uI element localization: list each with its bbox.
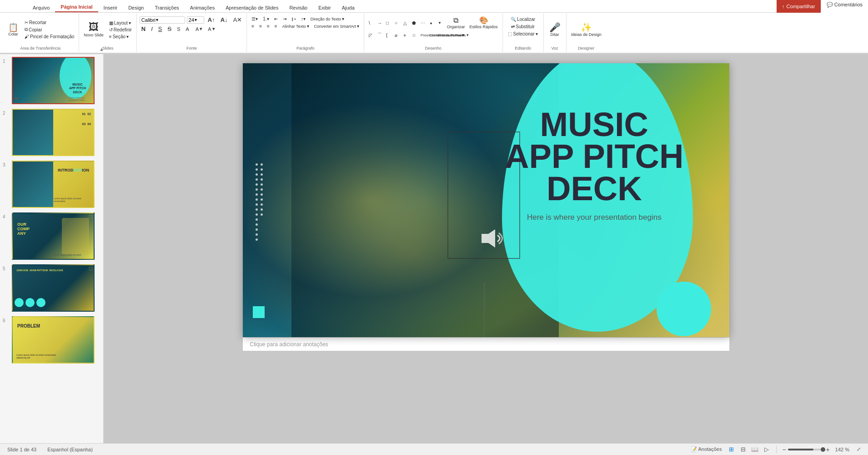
zoom-out-icon[interactable]: − xyxy=(782,446,786,453)
notes-toggle-button[interactable]: 📝 Anotações xyxy=(689,445,723,453)
preenchimento-button[interactable]: Preenchimento da Forma ▾ xyxy=(419,31,427,39)
teal-blob-small xyxy=(657,282,711,336)
shape-tri-button[interactable]: △ xyxy=(401,20,410,26)
clear-format-button[interactable]: A✕ xyxy=(231,16,244,24)
font-size-dropdown[interactable]: 24 ▾ xyxy=(187,16,204,24)
estilos-rapidos-button[interactable]: 🎨 Estilos Rápidos xyxy=(468,16,500,30)
shape7-button[interactable]: ☆ xyxy=(410,31,418,39)
colar-button[interactable]: 📋 Colar xyxy=(5,22,22,37)
font-family-dropdown[interactable]: Calibri ▾ xyxy=(140,16,185,24)
font-color-fill-button[interactable]: A ▾ xyxy=(194,25,204,32)
shape6-button[interactable]: ⋄ xyxy=(401,31,410,39)
localizar-button[interactable]: 🔍 Localizar xyxy=(509,16,537,22)
shape2-button[interactable]: ◸ xyxy=(367,31,375,39)
decrease-indent-button[interactable]: ⇤ xyxy=(272,16,280,22)
layout-button[interactable]: ▦ Layout ▾ xyxy=(107,20,134,26)
tab-animacoes[interactable]: Animações xyxy=(185,3,220,12)
novo-slide-button[interactable]: 🖼 Novo Slide xyxy=(82,21,105,38)
decrease-font-button[interactable]: A↓ xyxy=(219,16,230,24)
share-button[interactable]: ↑ Compartilhar xyxy=(777,0,820,13)
italic-button[interactable]: I xyxy=(149,25,155,33)
increase-indent-button[interactable]: ⇥ xyxy=(281,16,288,22)
shape-scroll-dn-button[interactable]: ▼ xyxy=(436,20,444,26)
tab-design[interactable]: Design xyxy=(123,3,149,12)
numbering-button[interactable]: 1.▾ xyxy=(261,16,271,22)
tab-exibir[interactable]: Exibir xyxy=(313,3,336,12)
section-dropdown-icon: ▾ xyxy=(126,34,129,39)
shape-scroll-up-button[interactable]: ▲ xyxy=(427,20,436,26)
spacing-button[interactable]: A xyxy=(184,26,192,32)
strikethrough-button[interactable]: S xyxy=(166,25,174,33)
contorno-button[interactable]: Contorno da Forma ▾ xyxy=(427,31,436,39)
shape-oval-button[interactable]: ○ xyxy=(393,20,401,26)
increase-font-button[interactable]: A↑ xyxy=(206,16,217,24)
normal-view-button[interactable]: ⊞ xyxy=(727,445,735,454)
bold-button[interactable]: N xyxy=(140,25,147,33)
slide-title-block[interactable]: MUSIC APP PITCH DECK Here is where your … xyxy=(505,109,683,222)
line-spacing-button[interactable]: ↕▾ xyxy=(299,16,307,22)
copiar-button[interactable]: ⧉ Copiar xyxy=(23,26,76,33)
slide-thumb-6[interactable]: 6 PROBLEM Lorem ipsum dolor sit amet con… xyxy=(2,315,101,364)
slide-thumb-5[interactable]: 5 ⬚ JOHN DOE ADAM PATTISON NICOLA EVE xyxy=(2,263,101,313)
language-selector[interactable]: Espanhol (Espanha) xyxy=(45,446,95,453)
tab-transicoes[interactable]: Transições xyxy=(149,3,184,12)
shape5-button[interactable]: ⌀ xyxy=(393,31,401,39)
pincel-button[interactable]: 🖌 Pincel de Formatação xyxy=(23,34,76,40)
slide-editor-area: ▲ xyxy=(104,54,868,443)
ditar-button[interactable]: 🎤 Ditar xyxy=(547,22,562,38)
notes-area[interactable]: Clique para adicionar anotações xyxy=(243,337,729,351)
zoom-in-icon[interactable]: + xyxy=(826,446,830,453)
slide-title-line1: MUSIC xyxy=(505,109,683,141)
slide-thumb-2[interactable]: 2 01 02 03 04 ⬚ xyxy=(2,108,101,157)
slide-sorter-button[interactable]: ⊟ xyxy=(739,445,747,454)
bullets-button[interactable]: ☰▾ xyxy=(250,16,260,22)
substituir-button[interactable]: ⇄ Substituir xyxy=(509,24,537,30)
zoom-slider[interactable]: − + xyxy=(782,446,829,453)
reading-view-button[interactable]: 📖 xyxy=(751,445,759,454)
zoom-percent[interactable]: 142 % xyxy=(833,446,851,453)
fit-to-window-button[interactable]: ⤢ xyxy=(855,445,863,453)
comments-button[interactable]: 💬 Comentários xyxy=(821,0,868,13)
slide-thumb-4[interactable]: 4 OURCOMPANY Lorem ipsum dolor sit amet … xyxy=(2,212,101,261)
align-center-button[interactable]: ≡ xyxy=(257,23,264,29)
underline-button[interactable]: S xyxy=(156,25,164,33)
tab-apresentacao[interactable]: Apresentação de Slides xyxy=(220,3,284,12)
tab-revisao[interactable]: Revisão xyxy=(284,3,313,12)
tab-inserir[interactable]: Inserir xyxy=(98,3,123,12)
text-direction-button[interactable]: Direção do Texto ▾ xyxy=(309,16,346,22)
ideias-design-button[interactable]: ✨ Ideias de Design xyxy=(569,22,603,38)
columns-button[interactable]: ⫿▾ xyxy=(290,16,298,22)
shape-more-button[interactable]: ⋯ xyxy=(419,20,427,26)
tab-pagina-inicial[interactable]: Página Inicial xyxy=(55,2,98,12)
align-left-button[interactable]: ≡ xyxy=(250,23,256,29)
teal-square-decoration xyxy=(253,306,265,318)
slide-thumb-1[interactable]: 1 MUSICAPP PITCHDECK Here is where yourp… xyxy=(2,56,101,105)
shadow-button[interactable]: S xyxy=(175,26,182,32)
shape-callout-button[interactable]: ⬟ xyxy=(410,20,418,26)
slide-thumb-3[interactable]: 3 INTRODUCTION Lorem ipsum dolor sit ame… xyxy=(2,160,101,209)
shape3-button[interactable]: ⌒ xyxy=(376,31,384,39)
font-color-button[interactable]: A ▾ xyxy=(206,25,216,32)
organizar-button[interactable]: ⧉ Organizar xyxy=(445,16,467,30)
redefinir-button[interactable]: ↺ Redefinir xyxy=(107,27,134,33)
zoom-track[interactable] xyxy=(788,449,824,450)
selecionar-button[interactable]: ⬚ Selecionar ▾ xyxy=(506,31,539,37)
tab-ajuda[interactable]: Ajuda xyxy=(336,3,360,12)
convert-smartart-button[interactable]: Converter em SmartArt ▾ xyxy=(312,23,361,29)
shape-rect-button[interactable]: □ xyxy=(384,20,392,26)
group-desenho: \ → □ ○ △ ⬟ ⋯ ▲ ▼ ⧉ Organizar xyxy=(364,14,503,52)
recortar-button[interactable]: ✂ Recortar xyxy=(23,20,76,25)
efeitos-button[interactable]: Efeitos de Forma ▾ xyxy=(436,31,444,39)
zoom-thumb[interactable] xyxy=(821,447,825,452)
justify-button[interactable]: ≡ xyxy=(273,23,279,29)
tab-arquivo[interactable]: Arquivo xyxy=(27,3,55,12)
group-editando: 🔍 Localizar ⇄ Substituir ⬚ Selecionar ▾ … xyxy=(503,14,544,52)
slideshow-button[interactable]: ▷ xyxy=(763,445,771,454)
shape-arrow-button[interactable]: → xyxy=(376,20,384,26)
secao-button[interactable]: ≡ Seção ▾ xyxy=(107,34,134,40)
align-right-button[interactable]: ≡ xyxy=(265,23,271,29)
shape-line-button[interactable]: \ xyxy=(367,20,375,26)
align-text-button[interactable]: Alinhar Texto ▾ xyxy=(281,23,311,29)
main-slide[interactable]: MUSIC APP PITCH DECK Here is where your … xyxy=(243,63,729,337)
shape4-button[interactable]: { xyxy=(384,31,392,39)
